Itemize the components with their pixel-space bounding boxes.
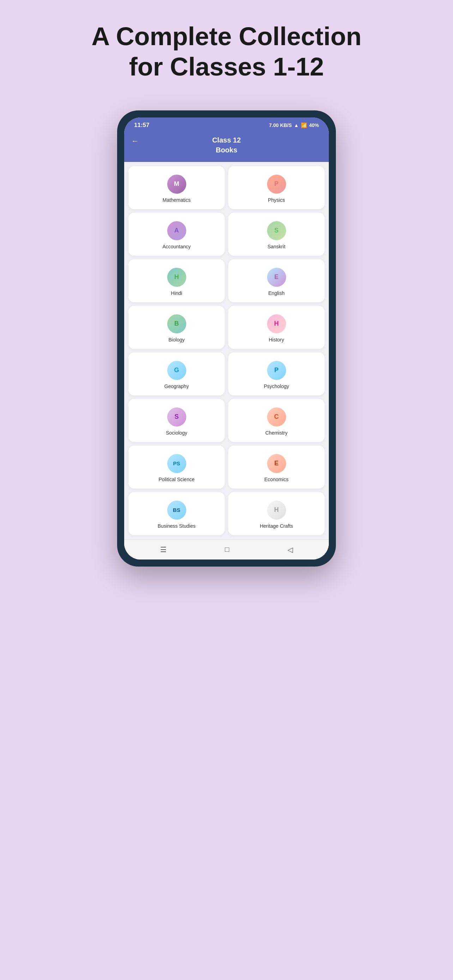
back-nav-icon[interactable]: ◁ — [288, 546, 293, 554]
subject-icon-heritage-crafts: H — [267, 501, 286, 520]
subject-icon-accountancy: A — [167, 221, 186, 240]
subject-card-sanskrit[interactable]: SSanskrit — [228, 213, 324, 256]
subject-label-economics: Economics — [264, 477, 288, 482]
app-header: ← Class 12 Books — [124, 132, 329, 162]
data-speed: 7.00 KB/S — [269, 123, 292, 128]
subject-card-economics[interactable]: EEconomics — [228, 445, 324, 488]
subject-icon-political-science: PS — [167, 454, 186, 473]
phone-screen: 11:57 7.00 KB/S ▲ 📶 40% ← Class 12 Books… — [124, 118, 329, 560]
subject-card-geography[interactable]: GGeography — [129, 352, 225, 395]
subject-label-hindi: Hindi — [171, 290, 183, 296]
subject-label-physics: Physics — [268, 197, 285, 203]
subject-icon-economics: E — [267, 454, 286, 473]
subject-card-hindi[interactable]: HHindi — [129, 259, 225, 302]
subject-card-history[interactable]: HHistory — [228, 306, 324, 349]
subject-grid: MMathematicsPPhysicsAAccountancySSanskri… — [124, 162, 329, 539]
subject-label-political-science: Political Science — [159, 477, 195, 482]
subject-label-biology: Biology — [168, 337, 185, 342]
subject-card-mathematics[interactable]: MMathematics — [129, 166, 225, 209]
subject-card-heritage-crafts[interactable]: HHeritage Crafts — [228, 492, 324, 535]
subject-label-english: English — [269, 290, 285, 296]
status-time: 11:57 — [134, 122, 149, 129]
subject-icon-mathematics: M — [167, 175, 186, 194]
subject-card-psychology[interactable]: PPsychology — [228, 352, 324, 395]
subject-card-political-science[interactable]: PSPolitical Science — [129, 445, 225, 488]
subject-label-sanskrit: Sanskrit — [267, 244, 285, 250]
subject-card-physics[interactable]: PPhysics — [228, 166, 324, 209]
subject-label-heritage-crafts: Heritage Crafts — [260, 523, 293, 529]
subject-label-chemistry: Chemistry — [265, 430, 288, 436]
phone-frame: 11:57 7.00 KB/S ▲ 📶 40% ← Class 12 Books… — [117, 110, 336, 566]
subject-icon-english: E — [267, 268, 286, 287]
subject-card-biology[interactable]: BBiology — [129, 306, 225, 349]
subject-card-accountancy[interactable]: AAccountancy — [129, 213, 225, 256]
subject-icon-geography: G — [167, 361, 186, 380]
subject-icon-hindi: H — [167, 268, 186, 287]
subject-label-sociology: Sociology — [166, 430, 188, 436]
subject-icon-sanskrit: S — [267, 221, 286, 240]
subject-card-business-studies[interactable]: BSBusiness Studies — [129, 492, 225, 535]
subject-icon-chemistry: C — [267, 407, 286, 426]
status-bar: 11:57 7.00 KB/S ▲ 📶 40% — [124, 118, 329, 132]
subject-icon-sociology: S — [167, 407, 186, 426]
subject-label-mathematics: Mathematics — [163, 197, 191, 203]
subject-label-history: History — [269, 337, 285, 342]
wifi-icon: ▲ — [294, 123, 299, 128]
menu-icon[interactable]: ☰ — [160, 546, 167, 554]
home-icon[interactable]: □ — [225, 546, 229, 554]
subject-label-business-studies: Business Studies — [158, 523, 196, 529]
subject-label-geography: Geography — [164, 383, 189, 389]
subject-card-chemistry[interactable]: CChemistry — [228, 399, 324, 442]
subject-icon-history: H — [267, 314, 286, 333]
nav-bar: ☰ □ ◁ — [124, 539, 329, 560]
subject-label-accountancy: Accountancy — [162, 244, 191, 250]
subject-card-english[interactable]: EEnglish — [228, 259, 324, 302]
back-button[interactable]: ← — [131, 137, 139, 146]
subject-icon-psychology: P — [267, 361, 286, 380]
subject-icon-physics: P — [267, 175, 286, 194]
subject-icon-business-studies: BS — [167, 501, 186, 520]
subject-card-sociology[interactable]: SSociology — [129, 399, 225, 442]
battery-level: 40% — [309, 123, 319, 128]
page-title: A Complete Collection for Classes 1-12 — [63, 21, 389, 82]
header-title: Class 12 Books — [131, 135, 322, 155]
subject-icon-biology: B — [167, 314, 186, 333]
status-icons: 7.00 KB/S ▲ 📶 40% — [269, 123, 319, 128]
subject-label-psychology: Psychology — [264, 383, 289, 389]
signal-icon: 📶 — [301, 123, 307, 128]
